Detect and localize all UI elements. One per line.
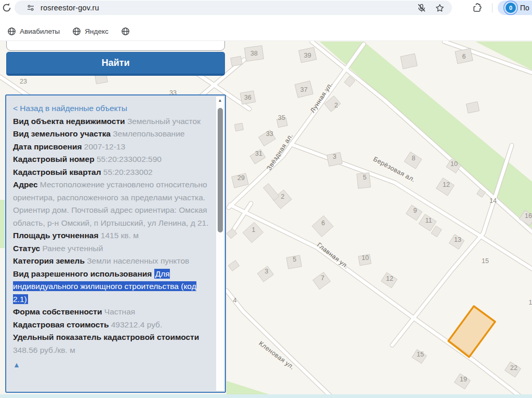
bookmark-star-icon[interactable] [435, 3, 445, 13]
parcel-number: 14 [489, 197, 497, 204]
parcel-number: 15 [417, 351, 424, 358]
parcel-number: 7 [321, 275, 325, 282]
back-link[interactable]: < Назад в найденные объекты [13, 102, 213, 115]
panel-row: Площадь уточненная 1415 кв. м [13, 229, 213, 242]
extensions-icon[interactable] [472, 3, 482, 13]
profile-badge: 0 [506, 3, 516, 13]
panel-row: Дата присвоения 2007-12-13 [13, 141, 213, 154]
panel-row: Вид объекта недвижимости Земельный участ… [13, 115, 213, 128]
panel-content: < Назад в найденные объекты Вид объекта … [6, 95, 216, 392]
parcel-number: 12 [443, 181, 450, 188]
parcel-number: 6 [322, 219, 325, 227]
panel-row: Вид земельного участка Землепользование [13, 128, 213, 141]
parcel-number: 9 [414, 207, 417, 214]
field-label: Вид разрешенного использования [13, 269, 154, 278]
field-label: Адрес [13, 180, 40, 189]
field-label: Дата присвоения [13, 142, 84, 151]
field-label: Кадастровый номер [13, 155, 97, 163]
field-value: Ранее учтенный [43, 244, 103, 253]
parcel-number: 10 [362, 254, 369, 262]
field-label: Вид объекта недвижимости [13, 117, 127, 126]
bookmark-item[interactable]: Авиабилеты [7, 27, 60, 36]
field-label: Кадастровая стоимость [13, 320, 111, 329]
bookmark-label: Яндекс [85, 28, 108, 35]
parcel-number: 37 [300, 86, 308, 93]
building [231, 56, 242, 66]
parcel-number: 2 [281, 193, 285, 200]
parcel-number: 16 [525, 212, 532, 219]
parcel-number: 13 [454, 236, 461, 243]
parcel-number: 23 [20, 78, 27, 85]
scrollbar-thumb[interactable] [218, 108, 223, 232]
panel-row: Адрес Местоположение установлено относит… [13, 179, 213, 229]
panel-row: Категория земель Земли населенных пункто… [13, 255, 213, 268]
field-value: Землепользование [113, 129, 184, 138]
parcel-number: 38 [250, 50, 258, 57]
parcel-number: 31 [255, 150, 262, 157]
parcel-number: 5 [293, 256, 297, 263]
parcel-number: 12 [386, 275, 393, 282]
building [466, 102, 479, 113]
profile-button[interactable]: 0 По [498, 1, 532, 15]
reload-icon[interactable] [1, 2, 12, 13]
object-info-panel: < Назад в найденные объекты Вид объекта … [5, 94, 226, 393]
parcel-number: 11 [425, 217, 432, 224]
tune-icon[interactable] [26, 3, 35, 12]
parcel-number: 36 [244, 94, 251, 101]
green-area [0, 200, 5, 248]
parcel-number: 2 [335, 102, 338, 109]
panel-scrollbar[interactable]: ▲ [216, 97, 224, 391]
globe-icon [121, 27, 130, 36]
field-label: Категория земель [13, 256, 87, 265]
panel-row: Кадастровый номер 55:20:233002:590 [13, 153, 213, 166]
field-value: Земли населенных пунктов [87, 256, 189, 265]
field-label: Кадастровый квартал [13, 168, 103, 176]
field-value: 55:20:233002:590 [97, 155, 162, 163]
browser-chrome: rosreestor-gov.ru 0 По АвиабилетыЯндекс [0, 0, 532, 41]
scrollbar-up-arrow[interactable]: ▲ [216, 98, 224, 103]
field-label: Вид земельного участка [13, 129, 113, 138]
parcel-number: 3 [265, 268, 269, 275]
mic-off-icon[interactable] [417, 3, 427, 13]
panel-row: Вид разрешенного использования Для индив… [13, 268, 213, 306]
url-bar[interactable]: rosreestor-gov.ru [15, 1, 452, 15]
field-value: 2007-12-13 [84, 142, 125, 151]
panel-row: Форма собственности Частная [13, 306, 213, 319]
parcel-number: 35 [278, 114, 285, 121]
field-value: 348.56 руб./кв. м [13, 346, 75, 354]
field-value: 493212.4 руб. [111, 320, 163, 329]
panel-row: Кадастровый квартал 55:20:233002 [13, 166, 213, 179]
globe-icon [7, 27, 16, 36]
parcel-number: 1 [252, 226, 256, 234]
globe-icon [72, 27, 81, 36]
parcel-number: 10 [450, 160, 458, 168]
field-value: 55:20:233002 [103, 168, 153, 176]
panel-row: Удельный показатель кадастровой стоимост… [13, 331, 213, 356]
parcel-number: 3 [333, 153, 337, 160]
browser-toolbar: rosreestor-gov.ru 0 По [0, 0, 532, 22]
parcel-number: 4 [233, 297, 237, 304]
building [234, 123, 243, 131]
field-value: Земельный участок [127, 117, 201, 126]
parcel-number: 39 [304, 52, 311, 59]
field-label: Форма собственности [13, 307, 104, 316]
bookmarks-bar: АвиабилетыЯндекс [0, 22, 532, 41]
bookmark-item[interactable]: Яндекс [72, 27, 108, 36]
parcel-number: 33 [266, 130, 273, 138]
bookmark-label: Авиабилеты [20, 28, 60, 35]
url-text[interactable]: rosreestor-gov.ru [41, 4, 99, 12]
field-label: Статус [13, 244, 43, 253]
field-value: Местоположение установлено относительно … [13, 180, 209, 227]
toolbar-separator [492, 3, 493, 12]
bookmark-item[interactable] [121, 27, 130, 36]
panel-row: Статус Ранее учтенный [13, 242, 213, 255]
field-value: Частная [104, 307, 135, 316]
parcel-number: 1 [529, 299, 532, 306]
parcel-number: 8 [412, 155, 416, 162]
scroll-to-top-arrow[interactable]: ▲ [13, 359, 213, 372]
map-bottom-bar [0, 394, 532, 398]
panel-rows: Вид объекта недвижимости Земельный участ… [13, 115, 213, 357]
find-button[interactable]: Найти [6, 52, 225, 76]
parcel-number: 15 [482, 257, 489, 265]
parcel-number: 22 [510, 364, 517, 372]
